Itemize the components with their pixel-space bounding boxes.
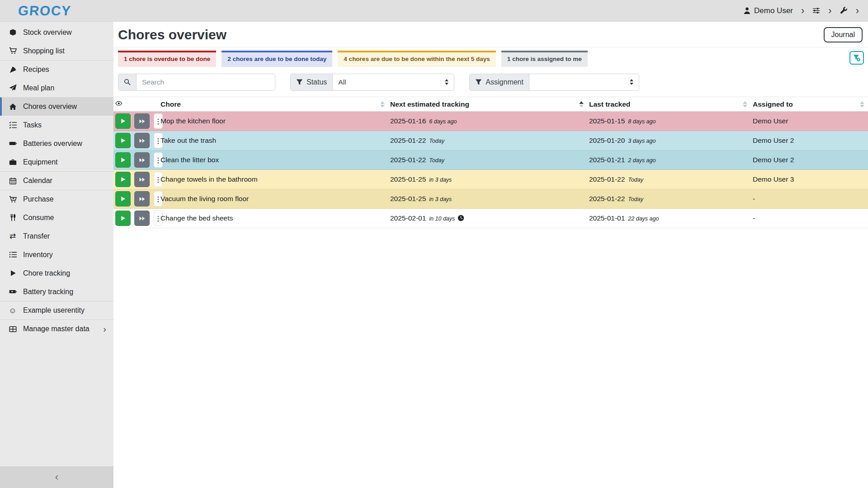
sidebar-item-label: Meal plan [23, 84, 54, 92]
status-chip[interactable]: 1 chore is assigned to me [501, 51, 588, 67]
play-icon [120, 137, 126, 144]
table-row: ⋮ Take out the trash 2025-01-22Today 202… [113, 131, 868, 150]
sidebar-collapse-button[interactable]: ‹ [0, 466, 113, 488]
sidebar-item[interactable]: Stock overview [0, 23, 113, 42]
last-tracked-cell: 2025-01-0122 days ago [587, 209, 751, 228]
sidebar-item[interactable]: Tasks [0, 116, 113, 134]
sidebar-item-label: Stock overview [23, 28, 72, 37]
sidebar-item-label: Shopping list [23, 47, 65, 55]
track-chore-button[interactable] [115, 211, 131, 226]
assignment-filter-addon: Assignment [470, 74, 529, 90]
column-header-assigned-to[interactable]: Assigned to [751, 97, 868, 112]
chevron-right-icon[interactable]: › [855, 6, 860, 16]
chore-name: Change the bed sheets [159, 209, 388, 228]
status-chip[interactable]: 2 chores are due to be done today [222, 51, 332, 67]
row-actions-cell: ⋮ [113, 150, 159, 170]
sidebar-item[interactable]: Inventory [0, 245, 113, 264]
search-input[interactable] [137, 74, 275, 90]
sidebar-item[interactable]: Manage master data › [0, 319, 113, 338]
sidebar-nav: Stock overview Shopping list Recipes Mea… [0, 22, 113, 466]
sidebar-item[interactable]: Purchase [0, 190, 113, 208]
play-icon [120, 196, 126, 202]
user-menu[interactable]: Demo User [743, 6, 793, 15]
table-row: ⋮ Change the bed sheets 2025-02-01in 10 … [113, 209, 868, 228]
topbar: GROCY Demo User › › › [0, 0, 868, 22]
assignment-filter-label: Assignment [486, 78, 524, 86]
skip-chore-button[interactable] [134, 211, 150, 226]
next-tracking-cell: 2025-01-25in 3 days [388, 170, 587, 189]
assignment-select[interactable] [529, 74, 639, 90]
sidebar-item-label: Batteries overview [23, 140, 82, 148]
sidebar-item-label: Tasks [23, 121, 42, 129]
sidebar-item[interactable]: Batteries overview [0, 134, 113, 153]
sidebar-item-icon [7, 47, 18, 55]
next-tracking-cell: 2025-01-22Today [388, 150, 587, 170]
search-addon [118, 74, 137, 90]
chore-name: Change towels in the bathroom [159, 170, 388, 189]
sliders-icon [812, 7, 820, 14]
status-filter-addon: Status [291, 74, 333, 90]
select-arrows-icon [445, 79, 448, 85]
table-row: ⋮ Mop the kitchen floor 2025-01-166 days… [113, 112, 868, 131]
sidebar-item-label: Chores overview [23, 103, 77, 111]
skip-chore-button[interactable] [134, 113, 150, 129]
sidebar-item-label: Equipment [23, 158, 58, 166]
filter-icon [296, 79, 303, 85]
column-header-next-tracking[interactable]: Next estimated tracking [388, 97, 587, 112]
skip-chore-button[interactable] [134, 172, 150, 187]
sort-icon [380, 101, 385, 108]
next-tracking-cell: 2025-01-22Today [388, 131, 587, 150]
sidebar-item[interactable]: Meal plan [0, 79, 113, 97]
sidebar-item[interactable]: Battery tracking [0, 282, 113, 301]
track-chore-button[interactable] [115, 113, 131, 129]
page-header: Chores overview Journal [113, 22, 868, 47]
status-chip[interactable]: 1 chore is overdue to be done [118, 51, 216, 67]
skip-chore-button[interactable] [134, 152, 150, 168]
app-logo[interactable]: GROCY [18, 3, 72, 19]
status-chip[interactable]: 4 chores are due to be done within the n… [338, 51, 495, 67]
sort-icon [743, 101, 747, 108]
clear-filters-button[interactable] [849, 51, 864, 65]
skip-chore-button[interactable] [134, 191, 150, 206]
status-chips: 1 chore is overdue to be done 2 chores a… [118, 51, 588, 67]
sidebar-item[interactable]: Chores overview [0, 97, 113, 116]
journal-button[interactable]: Journal [824, 27, 863, 42]
sidebar-item-icon [7, 177, 18, 185]
chevron-right-icon[interactable]: › [827, 6, 832, 16]
column-header-chore[interactable]: Chore [159, 97, 388, 112]
column-visibility-header[interactable] [113, 97, 159, 112]
clock-icon [458, 215, 464, 221]
sidebar-item[interactable]: ⇄ Transfer [0, 227, 113, 245]
next-tracking-cell: 2025-01-25in 3 days [388, 189, 587, 209]
table-row: ⋮ Clean the litter box 2025-01-22Today 2… [113, 150, 868, 170]
fast-forward-icon [139, 176, 146, 183]
sidebar-item-icon [7, 214, 18, 221]
sidebar-item[interactable]: Calendar [0, 171, 113, 190]
sidebar-item[interactable]: ☺ Example userentity [0, 301, 113, 319]
sidebar-item[interactable]: Chore tracking [0, 264, 113, 282]
sidebar-item[interactable]: Recipes [0, 60, 113, 79]
skip-chore-button[interactable] [134, 133, 150, 148]
assigned-to-cell: Demo User 3 [751, 170, 868, 189]
fast-forward-icon [139, 157, 146, 164]
row-actions-cell: ⋮ [113, 209, 159, 228]
search-group [118, 74, 275, 91]
sidebar-item[interactable]: Equipment [0, 153, 113, 171]
sidebar-item[interactable]: Shopping list [0, 42, 113, 60]
track-chore-button[interactable] [115, 133, 131, 148]
track-chore-button[interactable] [115, 172, 131, 187]
column-header-last-tracked[interactable]: Last tracked [587, 97, 751, 112]
sidebar-item[interactable]: Consume [0, 208, 113, 227]
sidebar-item-icon: ☺ [7, 307, 18, 314]
sidebar-item-icon [7, 158, 18, 166]
track-chore-button[interactable] [115, 191, 131, 206]
table-header-row: Chore Next estimated tracking Last track… [113, 97, 868, 112]
admin-menu[interactable] [840, 7, 848, 14]
chevron-right-icon[interactable]: › [800, 6, 805, 16]
select-arrows-icon [630, 79, 633, 85]
wrench-icon [840, 7, 848, 14]
assigned-to-cell: Demo User 2 [751, 131, 868, 150]
track-chore-button[interactable] [115, 152, 131, 168]
status-select[interactable]: All [333, 74, 454, 90]
settings-menu[interactable] [812, 7, 820, 14]
